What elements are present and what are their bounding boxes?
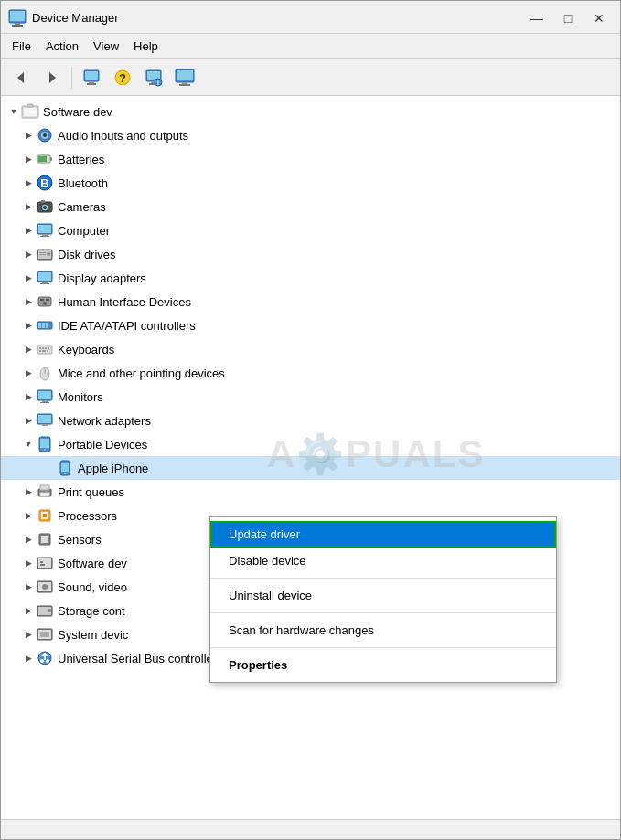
camera-icon bbox=[36, 197, 54, 216]
chevron-icon: ▶ bbox=[21, 627, 36, 642]
maximize-button[interactable]: □ bbox=[554, 8, 582, 28]
svg-point-43 bbox=[47, 252, 50, 256]
tree-row[interactable]: ▶ Batteries bbox=[1, 147, 620, 171]
tree-row[interactable]: ▶ Monitors bbox=[1, 385, 620, 409]
svg-point-84 bbox=[48, 490, 50, 492]
monitor-icon bbox=[36, 388, 54, 406]
svg-rect-71 bbox=[40, 402, 49, 403]
node-label: Disk drives bbox=[58, 248, 116, 261]
toolbar: ? i bbox=[1, 59, 620, 96]
svg-rect-63 bbox=[39, 350, 41, 352]
menu-view[interactable]: View bbox=[86, 37, 126, 56]
forward-button[interactable] bbox=[37, 64, 67, 91]
svg-rect-87 bbox=[43, 514, 47, 517]
svg-rect-73 bbox=[38, 415, 51, 423]
tree-row[interactable]: ▶ Computer bbox=[1, 218, 620, 242]
svg-rect-21 bbox=[179, 84, 190, 86]
chevron-icon: ▶ bbox=[21, 175, 36, 190]
node-label: Monitors bbox=[58, 390, 103, 404]
tree-row[interactable]: ▶ Cameras bbox=[1, 195, 620, 218]
chevron-icon: ▶ bbox=[21, 556, 36, 570]
chevron-icon: ▶ bbox=[21, 579, 36, 594]
tree-row[interactable]: ▶ Mice and other pointing devices bbox=[1, 361, 620, 385]
tree-row[interactable]: ▶ Print queues bbox=[1, 480, 620, 504]
svg-rect-47 bbox=[38, 272, 51, 281]
network-icon bbox=[36, 411, 54, 430]
status-bar bbox=[1, 819, 620, 839]
svg-rect-65 bbox=[47, 350, 48, 352]
chevron-icon: ▶ bbox=[21, 389, 36, 404]
phone-icon bbox=[56, 459, 74, 477]
chevron-icon: ▶ bbox=[21, 294, 36, 309]
svg-rect-59 bbox=[39, 347, 41, 349]
monitor-button[interactable] bbox=[170, 64, 199, 91]
svg-point-35 bbox=[43, 206, 47, 209]
menu-help[interactable]: Help bbox=[126, 37, 166, 56]
menu-bar: File Action View Help bbox=[1, 34, 620, 59]
menu-action[interactable]: Action bbox=[38, 37, 86, 56]
svg-rect-83 bbox=[40, 493, 49, 496]
chevron-icon: ▶ bbox=[41, 461, 56, 475]
svg-rect-39 bbox=[42, 234, 48, 236]
app-icon bbox=[8, 9, 27, 27]
tree-root-row[interactable]: ▼ Software dev bbox=[1, 100, 620, 123]
tree-row[interactable]: ▶ Network adapters bbox=[1, 409, 620, 432]
ctx-disable-device[interactable]: Disable device bbox=[210, 548, 556, 574]
help-button[interactable]: ? bbox=[108, 64, 137, 91]
keyboard-icon bbox=[36, 340, 54, 358]
svg-rect-8 bbox=[89, 81, 94, 83]
computer-icon bbox=[36, 221, 54, 239]
node-label: Print queues bbox=[58, 485, 124, 499]
tree-row[interactable]: ▶ Disk drives bbox=[1, 242, 620, 266]
toolbar-sep-1 bbox=[71, 67, 72, 89]
system-icon bbox=[36, 625, 54, 643]
ctx-scan-changes[interactable]: Scan for hardware changes bbox=[210, 617, 556, 643]
root-chevron: ▼ bbox=[6, 104, 21, 119]
window-controls: — □ ✕ bbox=[523, 8, 613, 28]
close-button[interactable]: ✕ bbox=[585, 8, 613, 28]
node-label: Batteries bbox=[58, 153, 104, 166]
node-label: Keyboards bbox=[58, 343, 114, 356]
properties-button[interactable] bbox=[77, 64, 106, 91]
tree-row[interactable]: ▶ IDE ATA/ATAPI controllers bbox=[1, 314, 620, 337]
mouse-icon bbox=[36, 364, 54, 382]
node-label: Sound, video bbox=[58, 580, 127, 594]
svg-rect-91 bbox=[38, 558, 51, 568]
ctx-update-driver[interactable]: Update driver bbox=[210, 521, 556, 548]
minimize-button[interactable]: — bbox=[523, 8, 551, 28]
tree-row-apple-iphone[interactable]: ▶ Apple iPhone bbox=[1, 456, 620, 480]
ctx-uninstall-device[interactable]: Uninstall device bbox=[210, 582, 556, 609]
menu-file[interactable]: File bbox=[5, 37, 38, 56]
svg-rect-58 bbox=[37, 346, 52, 354]
svg-rect-30 bbox=[38, 156, 47, 162]
ctx-properties[interactable]: Properties bbox=[210, 652, 556, 678]
chevron-icon: ▶ bbox=[21, 318, 36, 333]
svg-rect-57 bbox=[46, 323, 48, 328]
tree-row[interactable]: ▶ Audio inputs and outputs bbox=[1, 123, 620, 147]
tree-row[interactable]: ▼ Portable Devices bbox=[1, 432, 620, 456]
svg-rect-24 bbox=[27, 104, 33, 107]
storage-icon bbox=[36, 601, 54, 620]
node-label: Apple iPhone bbox=[78, 462, 148, 475]
window-title: Device Manager bbox=[32, 11, 119, 25]
svg-rect-1 bbox=[15, 23, 20, 25]
display-icon bbox=[36, 269, 54, 287]
chevron-icon: ▼ bbox=[21, 437, 36, 452]
hid-icon bbox=[36, 292, 54, 311]
tree-row[interactable]: ▶ Human Interface Devices bbox=[1, 290, 620, 314]
tree-row[interactable]: ▶ Keyboards bbox=[1, 337, 620, 361]
tree-row[interactable]: ▶ B Bluetooth bbox=[1, 171, 620, 195]
audio-icon bbox=[36, 126, 54, 144]
svg-rect-20 bbox=[182, 82, 187, 84]
node-label: System devic bbox=[58, 628, 128, 642]
svg-point-107 bbox=[46, 659, 49, 663]
back-button[interactable] bbox=[6, 64, 36, 91]
svg-point-96 bbox=[42, 584, 48, 590]
tree-row[interactable]: ▶ Display adapters bbox=[1, 266, 620, 290]
svg-rect-7 bbox=[85, 71, 98, 80]
chevron-icon: ▶ bbox=[21, 508, 36, 523]
disk-icon bbox=[36, 245, 54, 263]
chevron-icon: ▶ bbox=[21, 603, 36, 618]
chevron-icon: ▶ bbox=[21, 484, 36, 499]
toolbar-btn-5[interactable]: i bbox=[139, 64, 168, 91]
